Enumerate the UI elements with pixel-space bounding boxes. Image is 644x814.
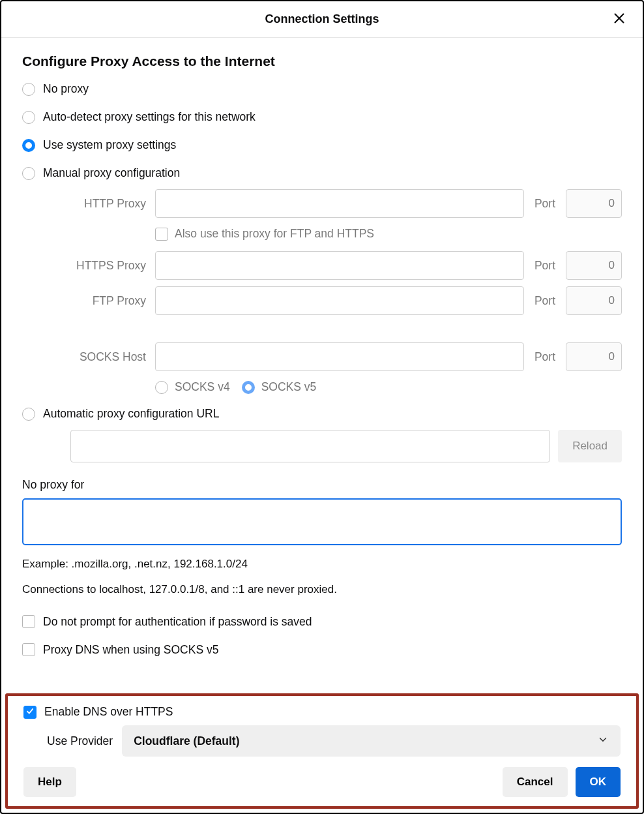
socks-port-label: Port xyxy=(529,350,561,364)
proxy-dns-socks5-checkbox[interactable] xyxy=(22,643,35,656)
enable-doh-checkbox[interactable] xyxy=(23,706,37,719)
ftp-proxy-row: FTP Proxy Port xyxy=(46,286,622,315)
extra-options: Do not prompt for authentication if pass… xyxy=(22,615,622,657)
doh-provider-label: Use Provider xyxy=(47,734,113,748)
radio-auto-url-label: Automatic proxy configuration URL xyxy=(43,407,219,421)
no-prompt-auth-checkbox[interactable] xyxy=(22,615,35,628)
manual-proxy-form: HTTP Proxy Port xyxy=(46,189,622,218)
chevron-down-icon xyxy=(597,734,609,749)
doh-provider-select[interactable]: Cloudflare (Default) xyxy=(122,725,621,757)
radio-socks-v5[interactable] xyxy=(242,381,255,394)
dialog-content: Configure Proxy Access to the Internet N… xyxy=(1,38,643,657)
radio-system[interactable] xyxy=(22,139,35,152)
auto-config-url-row: Reload xyxy=(70,430,622,462)
help-button[interactable]: Help xyxy=(23,767,76,797)
checkmark-icon xyxy=(25,706,35,719)
https-proxy-input[interactable] xyxy=(155,251,524,280)
ftp-port-input[interactable] xyxy=(566,286,622,315)
doh-provider-value: Cloudflare (Default) xyxy=(134,734,239,748)
share-proxy-row[interactable]: Also use this proxy for FTP and HTTPS xyxy=(155,227,622,241)
radio-auto-detect-row[interactable]: Auto-detect proxy settings for this netw… xyxy=(22,110,622,124)
https-proxy-row: HTTPS Proxy Port xyxy=(46,251,622,280)
socks-host-label: SOCKS Host xyxy=(46,350,150,364)
no-prompt-auth-row[interactable]: Do not prompt for authentication if pass… xyxy=(22,615,622,629)
socks-version-group: SOCKS v4 SOCKS v5 xyxy=(155,380,622,394)
highlighted-footer: Enable DNS over HTTPS Use Provider Cloud… xyxy=(5,693,639,809)
radio-auto-detect-label: Auto-detect proxy settings for this netw… xyxy=(43,110,256,124)
proxy-dns-socks5-label: Proxy DNS when using SOCKS v5 xyxy=(43,643,218,657)
http-port-input[interactable] xyxy=(566,189,622,218)
radio-socks-v5-label: SOCKS v5 xyxy=(261,380,317,394)
https-port-input[interactable] xyxy=(566,251,622,280)
radio-socks-v4[interactable] xyxy=(155,381,168,394)
close-icon xyxy=(612,11,626,29)
proxy-dns-socks5-row[interactable]: Proxy DNS when using SOCKS v5 xyxy=(22,643,622,657)
radio-manual[interactable] xyxy=(22,167,35,180)
close-button[interactable] xyxy=(609,9,630,30)
section-heading: Configure Proxy Access to the Internet xyxy=(22,53,622,69)
ftp-proxy-input[interactable] xyxy=(155,286,524,315)
no-proxy-for-label: No proxy for xyxy=(22,478,622,492)
radio-manual-label: Manual proxy configuration xyxy=(43,166,180,180)
radio-auto-detect[interactable] xyxy=(22,111,35,124)
https-port-label: Port xyxy=(529,259,561,273)
socks-host-row: SOCKS Host Port xyxy=(46,342,622,371)
enable-doh-row[interactable]: Enable DNS over HTTPS xyxy=(23,705,621,719)
https-proxy-label: HTTPS Proxy xyxy=(46,259,150,273)
reload-button[interactable]: Reload xyxy=(558,430,622,462)
http-proxy-label: HTTP Proxy xyxy=(46,197,150,211)
socks-host-input[interactable] xyxy=(155,342,524,371)
doh-provider-row: Use Provider Cloudflare (Default) xyxy=(47,725,621,757)
socks-port-input[interactable] xyxy=(566,342,622,371)
no-proxy-for-input[interactable] xyxy=(22,498,622,545)
dialog-titlebar: Connection Settings xyxy=(1,1,643,38)
share-proxy-checkbox[interactable] xyxy=(155,228,168,241)
radio-manual-row[interactable]: Manual proxy configuration xyxy=(22,166,622,180)
radio-socks-v4-label: SOCKS v4 xyxy=(175,380,230,394)
connection-settings-dialog: Connection Settings Configure Proxy Acce… xyxy=(0,0,644,814)
http-proxy-input[interactable] xyxy=(155,189,524,218)
no-proxy-note: Connections to localhost, 127.0.0.1/8, a… xyxy=(22,580,622,599)
radio-socks-v4-row[interactable]: SOCKS v4 xyxy=(155,380,230,394)
radio-auto-url[interactable] xyxy=(22,408,35,421)
ftp-port-label: Port xyxy=(529,294,561,308)
radio-no-proxy-label: No proxy xyxy=(43,82,89,96)
radio-auto-url-row[interactable]: Automatic proxy configuration URL xyxy=(22,407,622,421)
share-proxy-label: Also use this proxy for FTP and HTTPS xyxy=(175,227,374,241)
radio-no-proxy-row[interactable]: No proxy xyxy=(22,82,622,96)
dialog-buttons: Help Cancel OK xyxy=(23,767,621,797)
no-proxy-example: Example: .mozilla.org, .net.nz, 192.168.… xyxy=(22,555,622,574)
enable-doh-label: Enable DNS over HTTPS xyxy=(44,705,173,719)
radio-system-label: Use system proxy settings xyxy=(43,138,176,152)
http-port-label: Port xyxy=(529,197,561,211)
cancel-button[interactable]: Cancel xyxy=(503,767,568,797)
ok-button[interactable]: OK xyxy=(576,767,621,797)
no-prompt-auth-label: Do not prompt for authentication if pass… xyxy=(43,615,312,629)
auto-config-url-input[interactable] xyxy=(70,430,550,462)
radio-socks-v5-row[interactable]: SOCKS v5 xyxy=(242,380,317,394)
radio-no-proxy[interactable] xyxy=(22,83,35,96)
dialog-title: Connection Settings xyxy=(265,12,379,26)
radio-system-row[interactable]: Use system proxy settings xyxy=(22,138,622,152)
ftp-proxy-label: FTP Proxy xyxy=(46,294,150,308)
